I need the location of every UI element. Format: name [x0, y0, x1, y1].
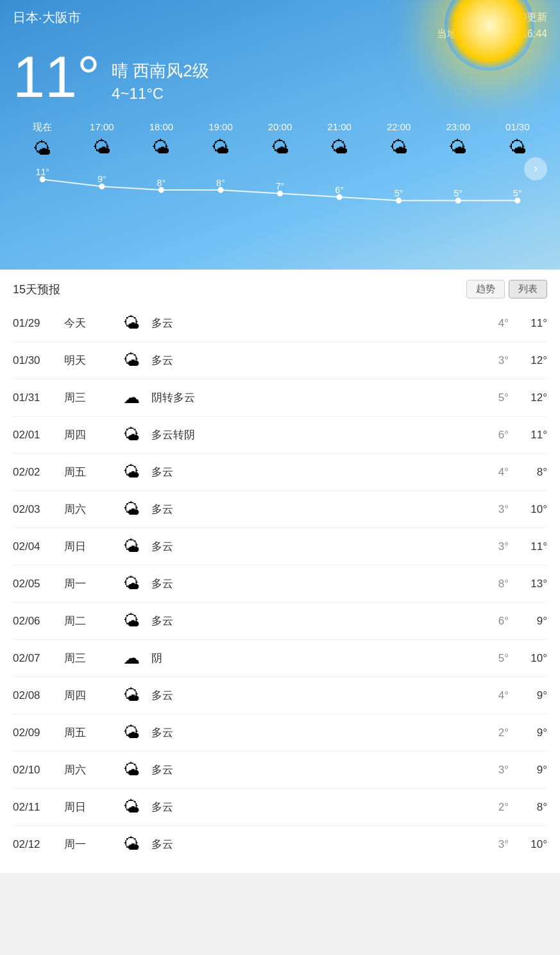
forecast-date: 02/10 [13, 764, 64, 777]
forecast-desc: 多云转阴 [148, 427, 477, 442]
hourly-section: 现在 🌤 17:00 🌤 18:00 🌤 19:00 🌤 20:00 🌤 21:… [13, 121, 547, 216]
forecast-row: 02/11 周日 🌤 多云 2° 8° [13, 789, 547, 826]
forecast-icon: 🌤 [115, 797, 148, 817]
hour-label: 23:00 [428, 121, 488, 132]
svg-text:8°: 8° [216, 178, 225, 188]
hour-col: 18:00 🌤 [132, 121, 191, 162]
forecast-desc: 阴转多云 [148, 390, 477, 405]
forecast-section: 15天预报 趋势列表 01/29 今天 🌤 多云 4° 11° 01/30 明天… [0, 270, 560, 873]
forecast-icon: 🌤 [115, 462, 148, 482]
forecast-high: 11° [509, 317, 547, 330]
forecast-desc: 多云 [148, 316, 477, 331]
forecast-row: 01/30 明天 🌤 多云 3° 12° [13, 342, 547, 379]
hour-col: 20:00 🌤 [250, 121, 310, 162]
forecast-date: 02/07 [13, 652, 64, 665]
forecast-day: 周四 [64, 688, 115, 703]
next-arrow[interactable]: › [524, 157, 547, 180]
sun-icon: 🌤 [250, 139, 310, 157]
forecast-row: 02/05 周一 🌤 多云 8° 13° [13, 565, 547, 603]
forecast-day: 周一 [64, 837, 115, 852]
forecast-low: 8° [477, 578, 509, 590]
forecast-low: 2° [477, 801, 509, 814]
forecast-row: 02/10 周六 🌤 多云 3° 9° [13, 752, 547, 789]
svg-text:5°: 5° [513, 188, 522, 198]
forecast-day: 周日 [64, 539, 115, 554]
forecast-low: 5° [477, 652, 509, 665]
forecast-day: 周三 [64, 651, 115, 666]
forecast-high: 9° [509, 689, 547, 702]
hour-label: 21:00 [310, 121, 369, 132]
forecast-row: 02/12 周一 🌤 多云 3° 10° [13, 826, 547, 863]
forecast-icon: 🌤 [115, 537, 148, 556]
main-temp-row: 11° 晴 西南风2级 4~11°C [13, 48, 547, 106]
forecast-row: 02/09 周五 🌤 多云 2° 9° [13, 714, 547, 752]
forecast-low: 5° [477, 391, 509, 404]
sun-icon: 🌤 [369, 139, 428, 157]
svg-point-16 [515, 198, 520, 203]
forecast-desc: 多云 [148, 688, 477, 703]
svg-point-4 [159, 187, 164, 193]
forecast-desc: 多云 [148, 614, 477, 628]
forecast-row: 02/07 周三 ☁ 阴 5° 10° [13, 640, 547, 677]
forecast-high: 9° [509, 727, 547, 739]
hour-col: 现在 🌤 [13, 121, 72, 162]
forecast-day: 周四 [64, 427, 115, 442]
time-info: 北京时间: 15:10更新 当地时间: 1月29日16:44 [437, 9, 547, 42]
sun-icon: 🌤 [132, 139, 191, 157]
forecast-date: 02/01 [13, 429, 64, 442]
forecast-date: 02/04 [13, 540, 64, 553]
forecast-icon: 🌤 [115, 574, 148, 594]
forecast-desc: 阴 [148, 651, 477, 666]
forecast-row: 02/08 周四 🌤 多云 4° 9° [13, 677, 547, 714]
svg-point-6 [218, 187, 223, 193]
forecast-low: 4° [477, 689, 509, 702]
forecast-desc: 多云 [148, 800, 477, 814]
svg-text:9°: 9° [98, 174, 106, 184]
forecast-desc: 多云 [148, 762, 477, 777]
hour-label: 18:00 [132, 121, 191, 132]
forecast-date: 02/12 [13, 838, 64, 851]
forecast-desc: 多云 [148, 837, 477, 852]
forecast-low: 3° [477, 354, 509, 367]
hour-col: 21:00 🌤 [310, 121, 369, 162]
forecast-date: 02/11 [13, 801, 64, 814]
forecast-low: 6° [477, 615, 509, 628]
hour-col: 01/30 🌤 [488, 121, 548, 162]
forecast-row: 02/02 周五 🌤 多云 4° 8° [13, 454, 547, 491]
hour-col: 17:00 🌤 [72, 121, 132, 162]
forecast-day: 周六 [64, 502, 115, 517]
svg-text:7°: 7° [276, 181, 285, 191]
forecast-desc: 多云 [148, 725, 477, 740]
forecast-date: 01/30 [13, 354, 64, 367]
svg-point-8 [278, 191, 283, 196]
svg-point-14 [455, 198, 461, 203]
weather-desc: 晴 西南风2级 [112, 60, 209, 82]
forecast-low: 2° [477, 727, 509, 739]
forecast-high: 8° [509, 466, 547, 479]
weather-hero: 日本·大阪市 北京时间: 15:10更新 当地时间: 1月29日16:44 11… [0, 0, 560, 270]
forecast-desc: 多云 [148, 539, 477, 554]
forecast-row: 02/04 周日 🌤 多云 3° 11° [13, 528, 547, 565]
forecast-date: 02/05 [13, 578, 64, 590]
forecast-day: 周二 [64, 614, 115, 628]
forecast-desc: 多云 [148, 465, 477, 479]
svg-text:5°: 5° [395, 188, 403, 198]
header-row: 日本·大阪市 北京时间: 15:10更新 当地时间: 1月29日16:44 [13, 9, 547, 42]
sun-icon: 🌤 [310, 139, 369, 157]
hour-label: 现在 [13, 121, 72, 133]
forecast-high: 13° [509, 578, 547, 590]
forecast-day: 周五 [64, 465, 115, 479]
svg-point-10 [337, 194, 342, 200]
forecast-icon: 🌤 [115, 425, 148, 445]
tab-button[interactable]: 列表 [509, 280, 547, 298]
forecast-high: 9° [509, 764, 547, 777]
tab-button[interactable]: 趋势 [466, 280, 505, 298]
forecast-date: 02/03 [13, 503, 64, 516]
forecast-high: 11° [509, 540, 547, 553]
sun-icon: 🌤 [13, 140, 72, 158]
current-temp: 11° [13, 48, 100, 106]
sun-icon: 🌤 [72, 139, 132, 157]
forecast-desc: 多云 [148, 502, 477, 517]
temp-range: 4~11°C [112, 85, 209, 103]
hourly-labels: 现在 🌤 17:00 🌤 18:00 🌤 19:00 🌤 20:00 🌤 21:… [13, 121, 547, 162]
